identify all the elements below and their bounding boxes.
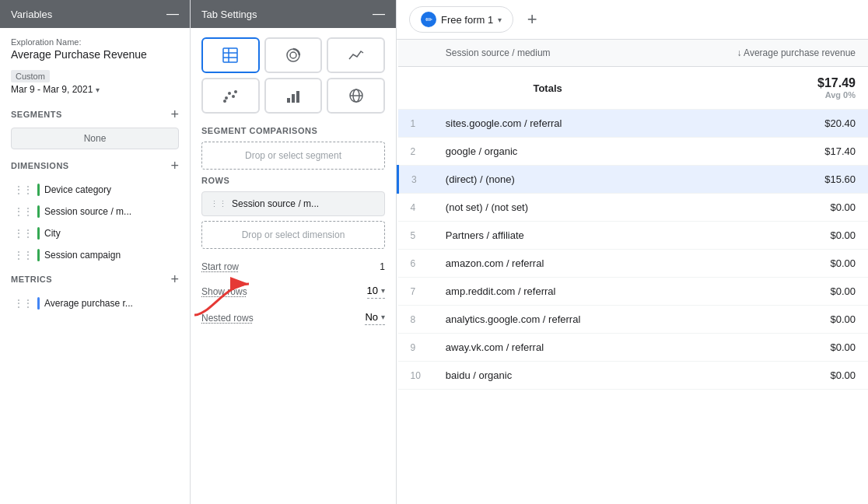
rows-session-source-item[interactable]: ⋮⋮ Session source / m... — [201, 191, 385, 216]
chart-type-line-button[interactable] — [327, 37, 385, 73]
svg-rect-0 — [223, 48, 237, 62]
start-row-setting: Start row 1 — [201, 255, 385, 278]
totals-value-cell: $17.49 Avg 0% — [662, 67, 868, 110]
free-form-tab[interactable]: ✏ Free form 1 ▾ — [409, 6, 513, 33]
totals-amount: $17.49 — [674, 76, 856, 90]
date-range-chevron-icon: ▾ — [96, 86, 100, 94]
svg-point-7 — [228, 92, 231, 95]
col-header-revenue[interactable]: ↓ Average purchase revenue — [662, 40, 868, 67]
drag-icon: ⋮⋮ — [14, 228, 33, 239]
data-table: Session source / medium ↓ Average purcha… — [397, 40, 868, 390]
row-num: 9 — [398, 334, 433, 362]
table-row: 1 sites.google.com / referral $20.40 — [398, 110, 869, 138]
dimension-color-bar — [37, 227, 40, 240]
tab-chevron-icon: ▾ — [498, 16, 502, 24]
table-row: 6 amazon.com / referral $0.00 — [398, 250, 869, 278]
row-num: 2 — [398, 138, 433, 166]
dimension-color-bar — [37, 205, 40, 218]
add-dimension-button[interactable]: + — [170, 159, 179, 173]
table-row: 10 baidu / organic $0.00 — [398, 362, 869, 390]
table-row: 5 Partners / affiliate $0.00 — [398, 222, 869, 250]
totals-row: Totals $17.49 Avg 0% — [398, 67, 869, 110]
table-row: 4 (not set) / (not set) $0.00 — [398, 194, 869, 222]
metric-item-avg-purchase[interactable]: ⋮⋮ Average purchase r... — [11, 292, 179, 314]
totals-sub: Avg 0% — [674, 90, 856, 100]
drag-icon: ⋮⋮ — [14, 250, 33, 261]
metrics-title: METRICS — [11, 275, 52, 284]
dimension-label: City — [44, 228, 176, 239]
tab-settings-content: SEGMENT COMPARISONS Drop or select segme… — [191, 28, 396, 504]
metric-color-bar — [37, 297, 40, 310]
dimension-item-session-campaign[interactable]: ⋮⋮ Session campaign — [11, 244, 179, 266]
tab-settings-minimize-icon[interactable]: — — [373, 8, 385, 20]
row-num: 6 — [398, 250, 433, 278]
variables-panel: Variables — Exploration Name: Average Pu… — [0, 0, 191, 504]
row-revenue: $0.00 — [662, 250, 868, 278]
nested-rows-setting: Nested rows No ▾ — [201, 305, 385, 331]
add-tab-button[interactable]: + — [520, 7, 544, 32]
dimension-label: Session source / m... — [44, 206, 176, 217]
row-num: 4 — [398, 194, 433, 222]
variables-panel-header: Variables — — [0, 0, 190, 28]
row-num: 8 — [398, 306, 433, 334]
dimension-item-city[interactable]: ⋮⋮ City — [11, 222, 179, 244]
variables-minimize-icon[interactable]: — — [166, 8, 179, 20]
dimension-item-session-source[interactable]: ⋮⋮ Session source / m... — [11, 201, 179, 222]
row-source: (not set) / (not set) — [433, 194, 663, 222]
add-segment-button[interactable]: + — [170, 107, 179, 121]
segments-none: None — [11, 128, 179, 149]
row-num: 1 — [398, 110, 433, 138]
col-header-session[interactable]: Session source / medium — [433, 40, 663, 67]
row-revenue: $0.00 — [662, 194, 868, 222]
tab-settings-panel: Tab Settings — — [191, 0, 397, 504]
chart-type-scatter-button[interactable] — [201, 78, 260, 114]
table-row: 9 away.vk.com / referral $0.00 — [398, 334, 869, 362]
show-rows-select[interactable]: 10 ▾ — [367, 285, 385, 299]
dimension-label: Session campaign — [44, 250, 176, 261]
chart-type-grid — [201, 37, 385, 114]
nested-rows-select[interactable]: No ▾ — [365, 311, 385, 325]
exploration-name-value: Average Purchase Revenue — [11, 48, 179, 61]
data-panel: ✏ Free form 1 ▾ + Session source / mediu… — [397, 0, 868, 504]
drag-icon: ⋮⋮ — [14, 184, 33, 195]
row-revenue: $20.40 — [662, 110, 868, 138]
drop-segment-zone[interactable]: Drop or select segment — [201, 142, 385, 170]
chart-type-donut-button[interactable] — [264, 37, 323, 73]
nested-rows-value: No — [365, 311, 378, 323]
row-source: analytics.google.com / referral — [433, 306, 663, 334]
row-source: amazon.com / referral — [433, 250, 663, 278]
row-revenue: $0.00 — [662, 278, 868, 306]
svg-rect-12 — [292, 94, 295, 103]
row-num: 5 — [398, 222, 433, 250]
row-source: amp.reddit.com / referral — [433, 278, 663, 306]
table-row: 7 amp.reddit.com / referral $0.00 — [398, 278, 869, 306]
tab-icon: ✏ — [421, 12, 436, 27]
table-row: 2 google / organic $17.40 — [398, 138, 869, 166]
row-num: 7 — [398, 278, 433, 306]
svg-point-10 — [223, 100, 226, 103]
rows-item-drag-icon: ⋮⋮ — [210, 199, 227, 209]
rows-section: ROWS ⋮⋮ Session source / m... Drop or se… — [201, 176, 385, 249]
chart-type-bar-button[interactable] — [264, 78, 323, 114]
rows-label: ROWS — [201, 176, 385, 185]
date-range-value[interactable]: Mar 9 - Mar 9, 2021 ▾ — [11, 84, 179, 95]
exploration-name-label: Exploration Name: — [11, 37, 179, 47]
dimension-item-device-category[interactable]: ⋮⋮ Device category — [11, 179, 179, 201]
totals-label: Totals — [433, 67, 663, 110]
col-header-num — [398, 40, 433, 67]
svg-rect-13 — [296, 91, 299, 103]
row-source: sites.google.com / referral — [433, 110, 663, 138]
chart-type-globe-button[interactable] — [327, 78, 385, 114]
rows-item-label: Session source / m... — [232, 198, 319, 209]
row-revenue: $0.00 — [662, 362, 868, 390]
start-row-value: 1 — [380, 261, 385, 272]
drop-dimension-zone[interactable]: Drop or select dimension — [201, 221, 385, 249]
chart-type-table-button[interactable] — [201, 37, 260, 73]
svg-point-5 — [290, 52, 296, 58]
row-revenue: $0.00 — [662, 334, 868, 362]
add-metric-button[interactable]: + — [170, 272, 179, 286]
data-panel-header: ✏ Free form 1 ▾ + — [397, 0, 868, 40]
drag-icon: ⋮⋮ — [14, 206, 33, 217]
svg-point-9 — [234, 90, 237, 93]
row-source: baidu / organic — [433, 362, 663, 390]
